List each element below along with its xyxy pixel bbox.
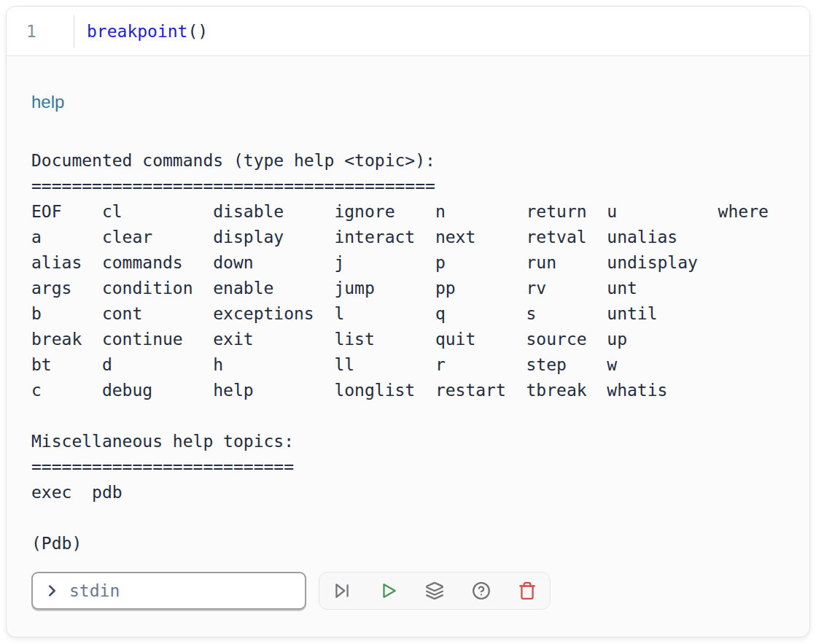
- chevron-right-icon: [44, 583, 60, 599]
- help-button[interactable]: [470, 580, 492, 602]
- line-number: 1: [26, 22, 36, 41]
- help-circle-icon: [472, 581, 491, 600]
- stdin-input[interactable]: [68, 581, 296, 601]
- step-next-button[interactable]: [331, 580, 353, 602]
- stdin-input-box[interactable]: [31, 572, 306, 610]
- code-editor[interactable]: 1 breakpoint(): [7, 7, 809, 56]
- stack-button[interactable]: [424, 580, 446, 602]
- pdb-help-output: Documented commands (type help <topic>):…: [31, 148, 788, 556]
- skip-forward-icon: [333, 581, 351, 600]
- console-output-area: help Documented commands (type help <top…: [7, 56, 809, 637]
- trash-icon: [518, 581, 537, 600]
- console-controls-row: [31, 572, 788, 610]
- code-line[interactable]: breakpoint(): [87, 22, 208, 41]
- notebook-cell-card: 1 breakpoint() help Documented commands …: [6, 6, 810, 637]
- stdin-echo-text: help: [31, 89, 788, 115]
- gutter-divider: [74, 15, 74, 47]
- play-icon: [379, 581, 398, 600]
- continue-button[interactable]: [378, 580, 400, 602]
- debugger-toolbar: [319, 572, 551, 610]
- code-token-punctuation: (): [187, 22, 208, 41]
- layers-icon: [425, 581, 444, 600]
- code-token-function: breakpoint: [87, 22, 187, 41]
- editor-gutter: 1: [7, 7, 74, 55]
- clear-button[interactable]: [516, 580, 538, 602]
